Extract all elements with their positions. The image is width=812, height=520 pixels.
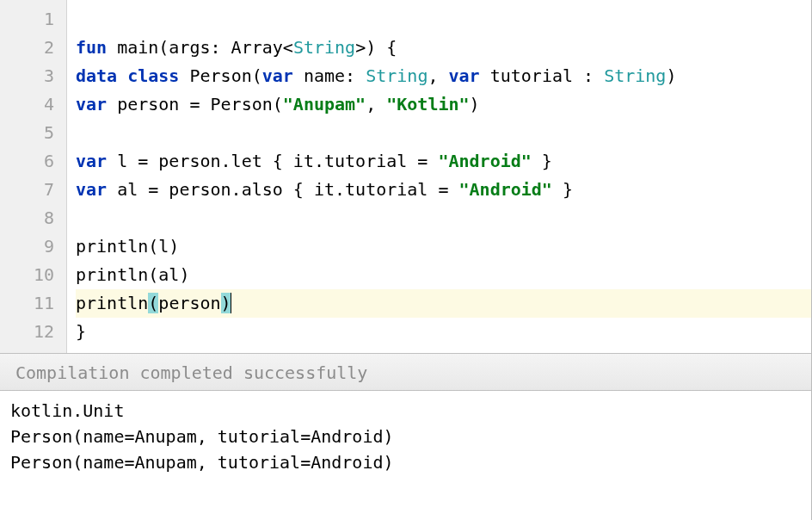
code-token: al = person.also { it.tutorial =: [107, 179, 458, 200]
code-token: }: [552, 179, 573, 200]
code-line[interactable]: data class Person(var name: String, var …: [76, 62, 811, 90]
line-number: 10: [0, 261, 66, 289]
output-line: kotlin.Unit: [10, 398, 801, 424]
code-line[interactable]: fun main(args: Array<String>) {: [76, 34, 811, 62]
code-token: }: [532, 151, 552, 171]
code-token: String: [366, 65, 428, 86]
line-number: 9: [0, 232, 66, 261]
line-number: 7: [0, 176, 66, 204]
line-number: 4: [0, 90, 66, 119]
code-token: ,: [428, 65, 448, 86]
code-token: println: [76, 293, 148, 313]
code-token: person: [158, 293, 220, 313]
code-token: String: [604, 65, 666, 86]
output-line: Person(name=Anupam, tutorial=Android): [10, 424, 801, 449]
code-token: println(l): [76, 236, 179, 257]
code-line[interactable]: var person = Person("Anupam", "Kotlin"): [76, 90, 811, 119]
code-token: tutorial :: [480, 65, 605, 86]
line-number: 12: [0, 318, 66, 346]
code-token: (: [148, 293, 158, 313]
code-token: ): [470, 94, 480, 115]
code-token: person = Person(: [107, 94, 283, 115]
code-token: var: [262, 65, 293, 86]
line-number: 6: [0, 147, 66, 176]
code-token: ): [666, 65, 676, 86]
code-token: println(al): [76, 264, 189, 285]
code-token: var: [76, 94, 107, 115]
code-token: Person(: [179, 65, 261, 86]
code-line[interactable]: println(l): [76, 232, 811, 261]
line-number: 2: [0, 34, 66, 62]
output-line: Person(name=Anupam, tutorial=Android): [10, 449, 801, 475]
code-line[interactable]: }: [76, 318, 811, 346]
code-token: "Android": [438, 151, 531, 171]
line-number: 3: [0, 62, 66, 90]
code-token: main(args: Array<: [107, 37, 293, 58]
code-token: "Anupam": [283, 94, 366, 115]
line-number: 5: [0, 119, 66, 147]
code-line[interactable]: [76, 5, 811, 34]
code-token: fun: [76, 37, 107, 58]
text-caret: [231, 293, 231, 313]
code-line[interactable]: println(person): [76, 289, 811, 318]
code-content[interactable]: fun main(args: Array<String>) {data clas…: [67, 0, 811, 353]
code-line[interactable]: var l = person.let { it.tutorial = "Andr…: [76, 147, 811, 176]
code-token: var: [449, 65, 480, 86]
code-token: data class: [76, 65, 179, 86]
code-line[interactable]: var al = person.also { it.tutorial = "An…: [76, 176, 811, 204]
line-number: 1: [0, 5, 66, 34]
code-line[interactable]: println(al): [76, 261, 811, 289]
code-token: var: [76, 179, 107, 200]
code-token: String: [293, 37, 355, 58]
status-message: Compilation completed successfully: [15, 362, 367, 383]
line-number: 11: [0, 289, 66, 318]
code-token: l = person.let { it.tutorial =: [107, 151, 438, 171]
code-line[interactable]: [76, 119, 811, 147]
code-editor[interactable]: 123456789101112 fun main(args: Array<Str…: [0, 0, 811, 353]
code-token: "Kotlin": [386, 94, 469, 115]
line-number: 8: [0, 204, 66, 232]
code-token: var: [76, 151, 107, 171]
code-token: "Android": [459, 179, 552, 200]
code-token: ,: [366, 94, 386, 115]
line-number-gutter: 123456789101112: [0, 0, 67, 353]
code-token: name:: [293, 65, 366, 86]
status-bar: Compilation completed successfully: [0, 353, 811, 391]
console-output: kotlin.UnitPerson(name=Anupam, tutorial=…: [0, 391, 811, 482]
code-token: }: [76, 321, 86, 342]
code-line[interactable]: [76, 204, 811, 232]
code-token: >) {: [355, 37, 397, 58]
